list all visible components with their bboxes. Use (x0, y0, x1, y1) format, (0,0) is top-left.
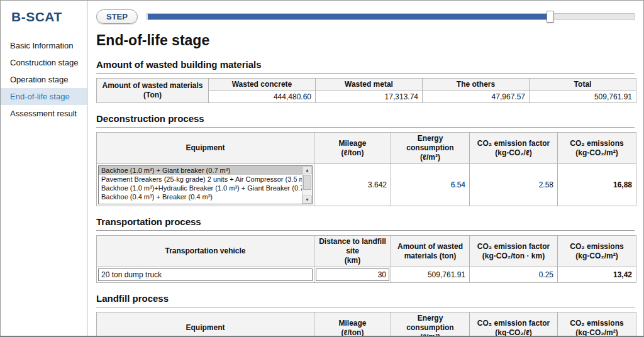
waste-col-header: Wasted concrete (209, 79, 316, 91)
app-title: B-SCAT (11, 9, 87, 25)
transportation-col-header: Distance to landfill site (km) (314, 236, 391, 267)
deconstruction-col-header: CO₂ emissions (kg-CO₂/m²) (558, 133, 636, 164)
vehicle-select[interactable]: 20 ton dump truck (98, 268, 313, 281)
table-row: Amount of wasted materials (Ton) Wasted … (97, 79, 636, 91)
deconstruction-factor-value: 2.58 (470, 164, 558, 206)
landfill-col-header: Energy consumption (ℓ/m²) (391, 312, 470, 337)
table-row: Equipment Mileage (ℓ/ton) Energy consump… (97, 312, 636, 337)
deconstruction-table: Equipment Mileage (ℓ/ton) Energy consump… (96, 132, 636, 206)
step-slider-thumb[interactable] (547, 11, 554, 23)
waste-others-value: 47,967.57 (423, 91, 530, 103)
transportation-amount-value: 509,761.91 (391, 267, 470, 283)
sidebar: B-SCAT Basic Information Construction st… (1, 1, 87, 336)
scroll-down-icon[interactable]: ▼ (303, 196, 312, 204)
table-row: Backhoe (1.0 m³) + Giant breaker (0.7 m³… (97, 164, 636, 206)
listbox-option[interactable]: Backhoe (1.0 m³)+Hydraulic Breaker (1.0 … (99, 184, 303, 192)
transportation-col-header: Transportation vehicle (97, 236, 314, 267)
waste-total-value: 509,761.91 (530, 91, 636, 103)
listbox-option[interactable]: Backhoe (0.4 m³) + Breaker (0.4 m³) (99, 192, 303, 201)
scrollbar-thumb[interactable] (303, 175, 311, 190)
step-button[interactable]: STEP (96, 9, 138, 24)
deconstruction-col-header: Mileage (ℓ/ton) (314, 133, 391, 164)
listbox-option[interactable]: Pavement Breakers (25-kg grade) 2 units … (99, 175, 303, 184)
landfill-table: Equipment Mileage (ℓ/ton) Energy consump… (96, 312, 636, 337)
waste-col-header: Wasted metal (316, 79, 423, 91)
landfill-col-header: Equipment (97, 312, 314, 337)
transportation-emissions-value: 13,42 (558, 267, 636, 283)
deconstruction-section-title: Deconstruction process (96, 113, 635, 128)
table-row: 20 ton dump truck 509,761.91 0.25 13,42 (97, 267, 636, 283)
main-content: STEP End-of-life stage Amount of wasted … (87, 1, 643, 336)
listbox-scrollbar[interactable]: ▲ ▼ (302, 166, 312, 204)
step-progress-row: STEP (96, 8, 635, 25)
step-progress-fill (148, 14, 547, 19)
waste-metal-value: 17,313.74 (316, 91, 423, 103)
waste-concrete-value: 444,480.60 (209, 91, 316, 103)
transportation-col-header: Amount of wasted materials (ton) (391, 236, 470, 267)
waste-col-header: Total (530, 79, 636, 91)
table-row: Transportation vehicle Distance to landf… (97, 236, 636, 267)
distance-input[interactable] (316, 268, 389, 281)
waste-col-header: The others (423, 79, 530, 91)
transportation-section-title: Transportation process (96, 216, 635, 231)
sidebar-nav: Basic Information Construction stage Ope… (1, 37, 87, 122)
transportation-col-header: CO₂ emission factor (kg-CO₂/ton · km) (470, 236, 558, 267)
landfill-col-header: CO₂ emission factor (kg-CO₂/ℓ) (470, 312, 558, 337)
step-progress-track (147, 13, 635, 20)
landfill-col-header: CO₂ emissions (kg-CO₂/m²) (558, 312, 636, 337)
sidebar-item-end-of-life-stage[interactable]: End-of-life stage (1, 88, 87, 105)
deconstruction-energy-value: 6.54 (391, 164, 470, 206)
sidebar-item-operation-stage[interactable]: Operation stage (1, 71, 87, 88)
deconstruction-equipment-listbox[interactable]: Backhoe (1.0 m³) + Giant breaker (0.7 m³… (98, 165, 313, 204)
waste-section-title: Amount of wasted building materials (96, 59, 635, 74)
transportation-factor-value: 0.25 (470, 267, 558, 283)
table-row: Equipment Mileage (ℓ/ton) Energy consump… (97, 133, 636, 164)
waste-table: Amount of wasted materials (Ton) Wasted … (96, 78, 636, 103)
deconstruction-col-header: Energy consumption (ℓ/m²) (391, 133, 470, 164)
transportation-col-header: CO₂ emissions (kg-CO₂/m²) (558, 236, 636, 267)
sidebar-item-basic-information[interactable]: Basic Information (1, 37, 87, 54)
transportation-table: Transportation vehicle Distance to landf… (96, 235, 636, 283)
listbox-option[interactable]: Backhoe (1.0 m³) + Giant breaker (0.7 m³… (99, 166, 303, 175)
sidebar-item-assessment-result[interactable]: Assessment result (1, 105, 87, 122)
landfill-section-title: Landfill process (96, 293, 635, 307)
deconstruction-col-header: Equipment (97, 133, 314, 164)
sidebar-item-construction-stage[interactable]: Construction stage (1, 54, 87, 71)
deconstruction-mileage-value: 3.642 (314, 164, 391, 206)
deconstruction-emissions-value: 16,88 (558, 164, 636, 206)
scroll-up-icon[interactable]: ▲ (303, 166, 312, 174)
waste-row-header: Amount of wasted materials (Ton) (97, 79, 209, 103)
deconstruction-col-header: CO₂ emission factor (kg-CO₂/ℓ) (470, 133, 558, 164)
app-window: B-SCAT Basic Information Construction st… (0, 0, 644, 337)
landfill-col-header: Mileage (ℓ/ton) (314, 312, 391, 337)
page-title: End-of-life stage (96, 32, 635, 49)
